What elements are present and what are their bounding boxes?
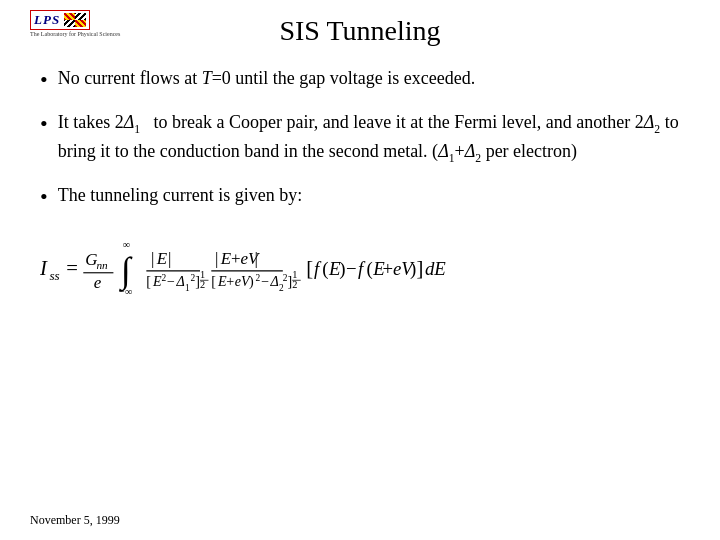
- svg-text:∞: ∞: [123, 240, 130, 251]
- svg-text:f: f: [314, 258, 322, 279]
- svg-text:): ): [249, 273, 254, 290]
- content-area: • No current flows at T=0 until the gap …: [30, 65, 690, 211]
- bullet-dot-2: •: [40, 110, 48, 139]
- svg-text:Δ: Δ: [175, 273, 184, 289]
- logo-subtitle: The Laboratory for Physical Sciences: [30, 31, 120, 37]
- page-title: SIS Tunneling: [279, 15, 440, 47]
- svg-text:[: [: [211, 273, 216, 289]
- flag-icon: [64, 13, 86, 27]
- svg-text:|: |: [151, 250, 154, 269]
- svg-text:E: E: [220, 250, 232, 269]
- svg-text:ss: ss: [49, 269, 59, 284]
- svg-text:[: [: [306, 257, 313, 279]
- svg-text:E: E: [217, 273, 227, 289]
- header: LPS The Laboratory for Physical Sciences…: [30, 10, 690, 47]
- svg-text:=: =: [66, 257, 78, 279]
- svg-text:2: 2: [200, 279, 205, 290]
- svg-text:|: |: [255, 250, 258, 269]
- bullet-item-3: • The tunneling current is given by:: [40, 182, 680, 212]
- svg-text:2: 2: [292, 279, 297, 290]
- svg-text:dE: dE: [425, 258, 446, 279]
- svg-text:E: E: [156, 250, 168, 269]
- svg-text:−: −: [261, 273, 269, 289]
- bullet-dot-1: •: [40, 66, 48, 95]
- svg-text:−: −: [346, 258, 357, 279]
- svg-text:(: (: [367, 258, 373, 280]
- svg-text:+: +: [231, 250, 241, 269]
- svg-text:|: |: [215, 250, 218, 269]
- svg-text:2: 2: [161, 274, 166, 284]
- bullet-dot-3: •: [40, 183, 48, 212]
- svg-text:e: e: [94, 273, 102, 292]
- svg-text:]: ]: [416, 257, 423, 279]
- svg-text:f: f: [358, 258, 366, 279]
- footer: November 5, 1999: [30, 513, 120, 528]
- bullet-item-2: • It takes 2Δ1 to break a Cooper pair, a…: [40, 109, 680, 168]
- svg-text:|: |: [168, 250, 171, 269]
- slide: LPS The Laboratory for Physical Sciences…: [0, 0, 720, 540]
- svg-text:−∞: −∞: [119, 287, 132, 298]
- bullet-item-1: • No current flows at T=0 until the gap …: [40, 65, 680, 95]
- formula-section: I ss = G nn e ∫ ∞ −∞ | E |: [30, 229, 690, 309]
- formula-display: I ss = G nn e ∫ ∞ −∞ | E |: [40, 229, 680, 309]
- svg-text:1: 1: [185, 283, 190, 293]
- footer-date: November 5, 1999: [30, 513, 120, 527]
- bullet-text-3: The tunneling current is given by:: [58, 182, 680, 208]
- svg-text:+: +: [383, 258, 394, 279]
- svg-text:+: +: [226, 273, 234, 289]
- svg-text:(: (: [322, 258, 328, 280]
- svg-text:nn: nn: [96, 259, 108, 271]
- bullet-text-2: It takes 2Δ1 to break a Cooper pair, and…: [58, 109, 680, 168]
- logo-text: LPS: [34, 12, 60, 28]
- logo-area: LPS The Laboratory for Physical Sciences: [30, 10, 120, 37]
- logo-box: LPS: [30, 10, 90, 30]
- svg-text:2: 2: [279, 283, 284, 293]
- svg-text:): ): [410, 258, 416, 280]
- svg-text:E: E: [152, 273, 162, 289]
- svg-text:−: −: [167, 273, 175, 289]
- svg-text:Δ: Δ: [270, 273, 279, 289]
- bullet-text-1: No current flows at T=0 until the gap vo…: [58, 65, 680, 91]
- formula-svg: I ss = G nn e ∫ ∞ −∞ | E |: [40, 229, 680, 309]
- svg-text:[: [: [146, 273, 151, 289]
- svg-text:): ): [339, 258, 345, 280]
- svg-text:I: I: [40, 257, 48, 279]
- svg-text:2: 2: [256, 274, 261, 284]
